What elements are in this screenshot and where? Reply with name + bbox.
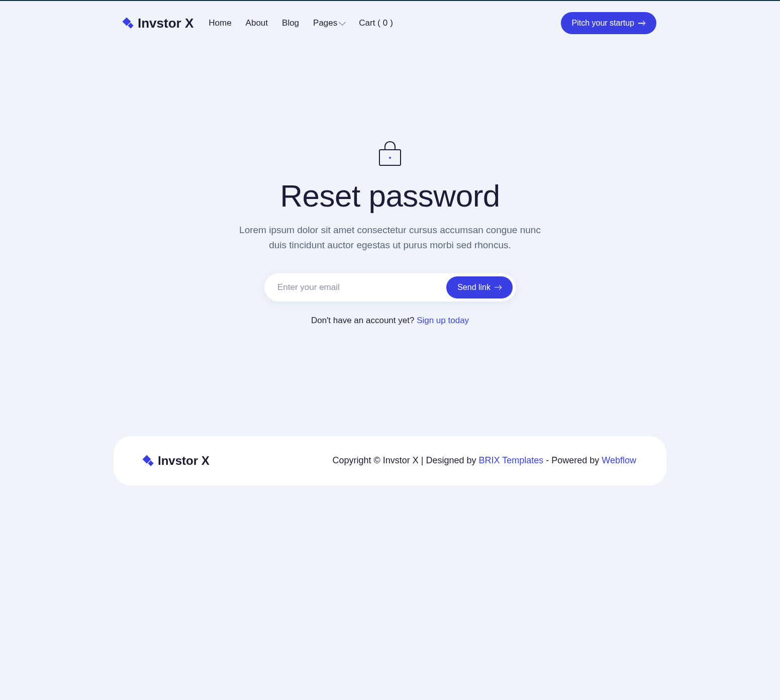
signup-line: Don't have an account yet? Sign up today xyxy=(311,316,469,326)
signup-link[interactable]: Sign up today xyxy=(417,316,469,325)
cart-count: 0 xyxy=(383,18,387,28)
cta-label: Pitch your startup xyxy=(572,19,635,28)
footer-brand-name: Invstor X xyxy=(158,454,210,468)
logo[interactable]: Invstor X xyxy=(124,16,193,31)
chevron-down-icon xyxy=(339,19,346,26)
nav-blog[interactable]: Blog xyxy=(282,18,299,28)
brix-link[interactable]: BRIX Templates xyxy=(479,455,544,465)
nav-home[interactable]: Home xyxy=(209,18,231,28)
nav-pages-label: Pages xyxy=(313,18,337,28)
email-input[interactable] xyxy=(275,277,446,297)
send-label: Send link xyxy=(457,283,491,292)
lock-icon xyxy=(379,141,401,168)
nav-about[interactable]: About xyxy=(246,18,268,28)
brand-name: Invstor X xyxy=(138,16,193,31)
send-link-button[interactable]: Send link xyxy=(446,276,513,298)
page-subtitle: Lorem ipsum dolor sit amet consectetur c… xyxy=(234,223,546,253)
logo-mark-icon xyxy=(124,19,133,28)
header-left: Invstor X Home About Blog Pages Cart (0) xyxy=(124,16,393,31)
reset-form: Send link xyxy=(264,273,516,302)
logo-mark-icon xyxy=(144,456,153,465)
footer-logo[interactable]: Invstor X xyxy=(144,454,210,468)
arrow-right-icon xyxy=(495,285,502,290)
footer-text: Copyright © Invstor X | Designed by BRIX… xyxy=(332,455,636,466)
nav-cart[interactable]: Cart (0) xyxy=(359,18,393,28)
header: Invstor X Home About Blog Pages Cart (0)… xyxy=(114,1,666,45)
page-title: Reset password xyxy=(280,178,500,214)
footer: Invstor X Copyright © Invstor X | Design… xyxy=(114,436,666,485)
nav-pages-dropdown[interactable]: Pages xyxy=(313,18,345,28)
svg-point-1 xyxy=(389,157,391,159)
arrow-right-icon xyxy=(638,21,645,26)
pitch-startup-button[interactable]: Pitch your startup xyxy=(561,12,657,34)
webflow-link[interactable]: Webflow xyxy=(602,455,636,465)
nav: Home About Blog Pages Cart (0) xyxy=(209,18,393,28)
main: Reset password Lorem ipsum dolor sit ame… xyxy=(0,45,780,366)
